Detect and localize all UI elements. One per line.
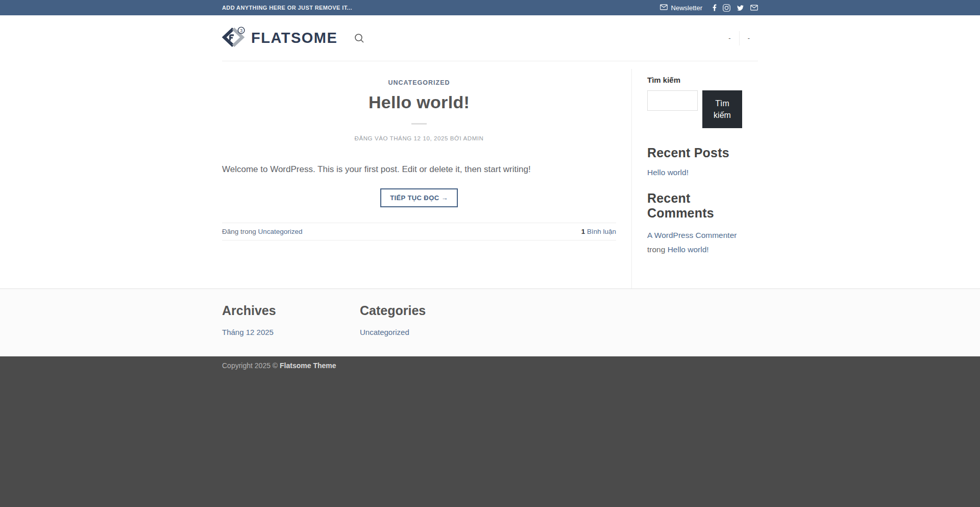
recent-comments-title: Recent Comments	[647, 191, 742, 221]
svg-text:3: 3	[240, 28, 242, 33]
site-logo[interactable]: 3 FLATSOME	[222, 27, 337, 50]
categories-link[interactable]: Uncategorized	[360, 328, 409, 336]
social-icons	[713, 4, 758, 12]
post-meta: ĐĂNG VÀO THÁNG 12 10, 2025 BỞI ADMIN	[222, 135, 616, 141]
post-category-link[interactable]: UNCATEGORIZED	[222, 79, 616, 86]
copyright-text: Copyright 2025 ©	[222, 361, 280, 370]
email-icon[interactable]	[750, 5, 758, 11]
post-excerpt: Welcome to WordPress. This is your first…	[222, 163, 616, 176]
envelope-icon	[660, 4, 668, 12]
facebook-icon[interactable]	[713, 4, 717, 11]
menu-item-2[interactable]: -	[740, 34, 758, 42]
post-title: Hello world!	[222, 92, 616, 112]
search-submit-button[interactable]: Tìm kiếm	[702, 90, 742, 128]
title-divider	[411, 123, 427, 125]
menu-item-1[interactable]: -	[720, 34, 739, 42]
search-icon[interactable]	[354, 33, 365, 44]
comment-connector: trong	[647, 245, 668, 254]
comment-post-link[interactable]: Hello world!	[668, 245, 709, 254]
newsletter-label: Newsletter	[671, 4, 702, 12]
site-header: 3 FLATSOME - -	[0, 15, 980, 61]
post-article: UNCATEGORIZED Hello world! ĐĂNG VÀO THÁN…	[222, 69, 632, 288]
instagram-icon[interactable]	[723, 4, 730, 12]
flatsome-logo-icon: 3	[222, 27, 246, 50]
comments-label: Bình luận	[585, 228, 616, 235]
comment-author-link[interactable]: A WordPress Commenter	[647, 231, 737, 239]
recent-post-link[interactable]: Hello world!	[647, 168, 689, 177]
main-content: UNCATEGORIZED Hello world! ĐĂNG VÀO THÁN…	[0, 61, 980, 288]
comments-link[interactable]: 1 Bình luận	[581, 228, 616, 235]
read-more-button[interactable]: TIẾP TỤC ĐỌC →	[380, 188, 458, 207]
absolute-footer: Copyright 2025 © Flatsome Theme	[0, 356, 980, 507]
footer-column-archives: Archives Tháng 12 2025	[222, 303, 360, 337]
posted-in-prefix: Đăng trong	[222, 228, 258, 235]
newsletter-link[interactable]: Newsletter	[660, 4, 702, 12]
recent-posts-title: Recent Posts	[647, 146, 742, 160]
recent-comment-item: A WordPress Commenter trong Hello world!	[647, 228, 742, 256]
archives-title: Archives	[222, 303, 360, 318]
post-footer: Đăng trong Uncategorized 1 Bình luận	[222, 223, 616, 240]
footer-column-categories: Categories Uncategorized	[360, 303, 498, 337]
sidebar-search-title: Tìm kiếm	[647, 76, 742, 84]
search-input[interactable]	[647, 90, 698, 111]
categories-title: Categories	[360, 303, 498, 318]
sidebar: Tìm kiếm Tìm kiếm Recent Posts Hello wor…	[632, 69, 742, 288]
footer-widgets: Archives Tháng 12 2025 Categories Uncate…	[0, 288, 980, 356]
header-menu: - -	[720, 31, 758, 45]
posted-in: Đăng trong Uncategorized	[222, 228, 303, 235]
twitter-icon[interactable]	[737, 5, 744, 11]
topbar-message: ADD ANYTHING HERE OR JUST REMOVE IT...	[222, 5, 352, 11]
logo-text: FLATSOME	[251, 30, 337, 46]
posted-in-category-link[interactable]: Uncategorized	[258, 228, 303, 235]
archives-link[interactable]: Tháng 12 2025	[222, 328, 274, 336]
copyright-brand: Flatsome Theme	[280, 361, 336, 370]
top-bar: ADD ANYTHING HERE OR JUST REMOVE IT... N…	[0, 0, 980, 15]
